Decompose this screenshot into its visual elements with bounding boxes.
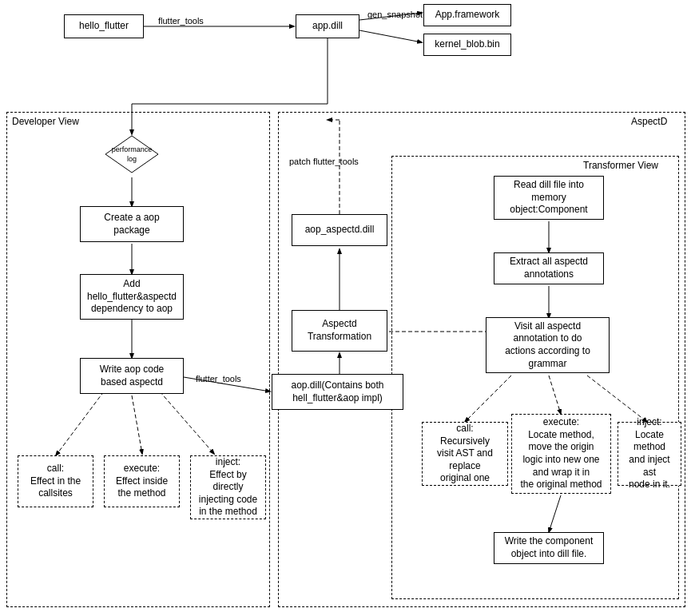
write-component-box: Write the component object into dill fil… [494, 532, 604, 564]
execute-effect-box: execute: Effect inside the method [104, 455, 180, 507]
diagram-container: hello_flutter app.dill App.framework ker… [0, 0, 691, 616]
read-dill-box: Read dill file into memory object:Compon… [494, 176, 604, 220]
kernel-blob-box: kernel_blob.bin [423, 34, 511, 56]
app-framework-box: App.framework [423, 4, 511, 26]
call-effect-box: call: Effect in the callsites [18, 455, 93, 507]
svg-text:performance: performance [112, 145, 153, 153]
transformer-view-label: Transformer View [583, 160, 658, 171]
svg-text:log: log [127, 155, 137, 163]
svg-marker-24 [105, 136, 158, 173]
add-hello-box: Add hello_flutter&aspectd dependency to … [80, 274, 184, 320]
app-dill-box: app.dill [296, 14, 359, 38]
aop-aspectd-dill-box: aop_aspectd.dill [292, 214, 387, 246]
extract-annotations-box: Extract all aspectd annotations [494, 252, 604, 284]
aspectd-label: AspectD [631, 116, 667, 127]
flutter-tools-label-top: flutter_tools [158, 16, 204, 26]
inject-effect-box: inject: Effect by directly injecting cod… [190, 455, 266, 519]
performance-log-diamond: performance log [104, 134, 160, 174]
visit-annotations-box: Visit all aspectd annotation to do actio… [486, 317, 610, 373]
flutter-tools-label-bottom: flutter_tools [196, 374, 241, 384]
call-recursive-box: call: Recursively visit AST and replace … [422, 422, 508, 486]
hello-flutter-box: hello_flutter [64, 14, 144, 38]
developer-view-label: Developer View [12, 116, 79, 127]
patch-flutter-tools-label: patch flutter_tools [289, 156, 359, 167]
create-aop-box: Create a aop package [80, 206, 184, 242]
inject-locate-box: inject: Locate method and inject ast nod… [618, 422, 681, 486]
svg-line-2 [359, 30, 422, 42]
aop-dill-box: aop.dill(Contains both hell_flutter&aop … [272, 374, 403, 410]
write-aop-box: Write aop code based aspectd [80, 358, 184, 394]
aspectd-transformation-box: Aspectd Transformation [292, 310, 387, 352]
gen-snapshot-label: gen_snapshot [367, 10, 423, 19]
execute-locate-box: execute: Locate method, move the origin … [511, 414, 611, 494]
